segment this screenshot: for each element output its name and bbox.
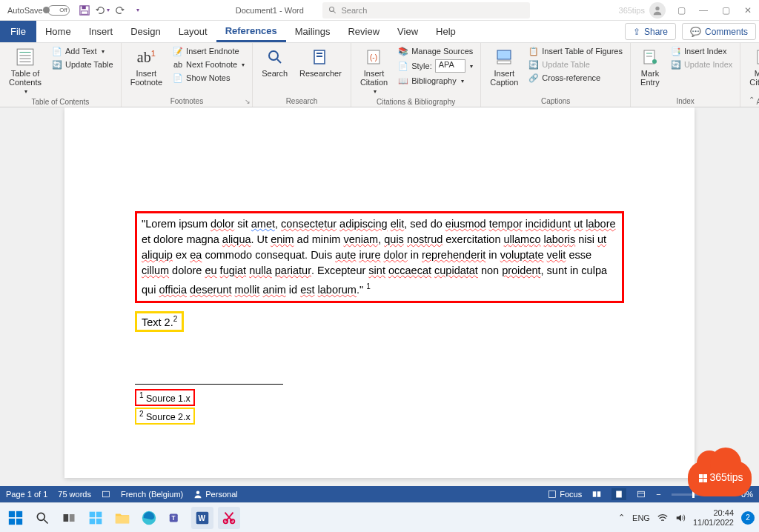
table-figures-button[interactable]: 📋Insert Table of Figures — [526, 45, 626, 57]
svg-rect-47 — [116, 516, 129, 523]
page-status[interactable]: Page 1 of 1 — [6, 490, 47, 499]
bibliography-button[interactable]: 📖Bibliography▾ — [395, 75, 476, 87]
footnote-icon: ab1 — [136, 47, 156, 67]
tray-chevron-icon[interactable]: ⌃ — [618, 513, 625, 522]
svg-rect-38 — [16, 518, 22, 524]
wifi-icon[interactable] — [657, 513, 668, 523]
comments-button[interactable]: 💬Comments — [682, 23, 756, 40]
tab-home[interactable]: Home — [36, 21, 80, 42]
redo-icon[interactable] — [113, 3, 127, 18]
researcher-button[interactable]: Researcher — [295, 45, 346, 79]
start-button[interactable] — [4, 507, 27, 529]
language-indicator[interactable]: ENG — [632, 513, 650, 522]
document-title: Document1 - Word — [236, 6, 304, 15]
tab-view[interactable]: View — [388, 21, 427, 42]
spellcheck-icon[interactable] — [102, 490, 110, 499]
language-status[interactable]: French (Belgium) — [121, 490, 183, 499]
group-footnotes-label: Footnotes — [126, 96, 248, 107]
group-research-label: Research — [257, 96, 346, 107]
brand-hint: 365tips — [619, 6, 645, 15]
maximize-icon[interactable]: ▢ — [715, 5, 737, 16]
add-text-button[interactable]: 📄Add Text▾ — [49, 45, 116, 57]
insert-caption-button[interactable]: Insert Caption — [485, 45, 523, 88]
tab-review[interactable]: Review — [339, 21, 388, 42]
teams-icon[interactable]: T — [165, 507, 187, 529]
tab-design[interactable]: Design — [122, 21, 169, 42]
insert-citation-button[interactable]: (-) Insert Citation ▾ — [356, 45, 392, 96]
footnote-1[interactable]: 1 Source 1.x — [135, 389, 195, 406]
explorer-icon[interactable] — [111, 507, 133, 529]
insert-endnote-button[interactable]: 📝Insert Endnote — [170, 45, 248, 57]
ribbon-display-icon[interactable]: ▢ — [670, 5, 692, 16]
save-icon[interactable] — [77, 3, 92, 18]
mark-citation-button[interactable]: Mark Citation — [745, 45, 759, 88]
autosave-toggle[interactable]: Off — [47, 5, 70, 16]
cross-reference-button[interactable]: 🔗Cross-reference — [526, 72, 626, 84]
citation-style[interactable]: 📄Style: APA▾ — [395, 59, 476, 73]
tab-layout[interactable]: Layout — [170, 21, 216, 42]
word-count[interactable]: 75 words — [58, 490, 91, 499]
search-input[interactable]: Search — [322, 2, 530, 19]
sound-icon[interactable] — [675, 513, 686, 523]
bibliography-icon: 📖 — [398, 76, 408, 86]
tab-insert[interactable]: Insert — [80, 21, 122, 42]
insert-index-icon: 📑 — [671, 46, 681, 56]
toc-icon — [15, 47, 36, 67]
clock[interactable]: 20:44 11/01/2022 — [693, 508, 734, 528]
search-taskbar-icon[interactable] — [31, 507, 53, 529]
svg-rect-18 — [497, 50, 511, 59]
manage-sources-button[interactable]: 📚Manage Sources — [395, 45, 476, 57]
svg-rect-19 — [497, 61, 511, 64]
highlighted-paragraph[interactable]: "Lorem ipsum dolor sit amet, consectetur… — [135, 211, 624, 303]
notification-badge[interactable]: 2 — [741, 511, 755, 525]
taskview-icon[interactable] — [58, 507, 80, 529]
minimize-icon[interactable]: — — [692, 5, 715, 16]
toc-button[interactable]: Table of Contents ▾ — [4, 45, 46, 96]
collapse-ribbon-icon[interactable]: ⌃ — [749, 96, 755, 104]
tab-strip: File Home Insert Design Layout Reference… — [0, 21, 759, 43]
personal-status[interactable]: Personal — [193, 490, 237, 499]
read-mode-icon[interactable] — [592, 490, 601, 499]
web-layout-icon[interactable] — [637, 490, 646, 499]
qat-more[interactable]: ▾ — [130, 3, 145, 18]
next-footnote-button[interactable]: abNext Footnote▾ — [170, 59, 248, 70]
search-button[interactable]: Search — [257, 45, 292, 79]
style-select[interactable]: APA — [435, 59, 465, 73]
tab-references[interactable]: References — [216, 21, 286, 42]
update-table-button[interactable]: 🔄Update Table — [49, 59, 116, 70]
tab-help[interactable]: Help — [427, 21, 465, 42]
tab-file[interactable]: File — [0, 21, 36, 42]
footnote-separator — [135, 384, 283, 385]
insert-index-button[interactable]: 📑Insert Index — [668, 45, 735, 57]
mark-entry-button[interactable]: Mark Entry — [635, 45, 665, 88]
focus-button[interactable]: Focus — [548, 490, 582, 499]
footnote-ref-2[interactable]: 2 — [173, 315, 178, 323]
footnote-2[interactable]: 2 Source 2.x — [135, 408, 195, 425]
taskbar: T W ⌃ ENG 20:44 11/01/2022 2 — [0, 502, 759, 532]
word-taskbar-icon[interactable]: W — [191, 507, 213, 529]
footnote-ref-1[interactable]: 1 — [366, 282, 371, 290]
print-layout-icon[interactable] — [611, 488, 626, 500]
account-icon[interactable] — [649, 2, 666, 19]
svg-rect-30 — [593, 491, 597, 497]
snip-icon[interactable] — [218, 507, 240, 529]
widgets-icon[interactable] — [84, 507, 107, 529]
zoom-out-icon[interactable]: − — [656, 490, 660, 499]
endnote-icon: 📝 — [173, 46, 183, 56]
highlighted-text2[interactable]: Text 2.2 — [135, 311, 184, 332]
tab-mailings[interactable]: Mailings — [286, 21, 339, 42]
page[interactable]: "Lorem ipsum dolor sit amet, consectetur… — [64, 107, 695, 478]
show-notes-button[interactable]: 📄Show Notes — [170, 72, 248, 84]
edge-icon[interactable] — [138, 507, 160, 529]
close-icon[interactable]: ✕ — [737, 5, 759, 16]
svg-line-12 — [277, 59, 281, 63]
share-button[interactable]: ⇪Share — [625, 23, 676, 40]
undo-icon[interactable]: ▾ — [95, 3, 110, 18]
footnotes-launcher[interactable]: ↘ — [245, 98, 251, 105]
svg-point-3 — [329, 7, 334, 11]
insert-footnote-button[interactable]: ab1 Insert Footnote — [126, 45, 167, 88]
style-icon: 📄 — [398, 61, 408, 71]
update-icon: 🔄 — [52, 59, 62, 70]
svg-rect-45 — [90, 518, 96, 524]
document-area: "Lorem ipsum dolor sit amet, consectetur… — [0, 107, 759, 486]
